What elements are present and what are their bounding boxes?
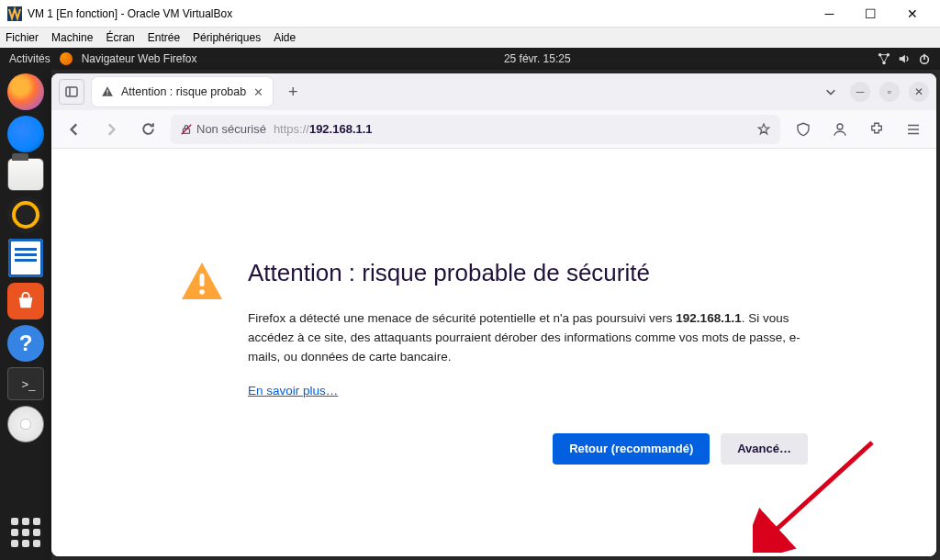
dock-thunderbird[interactable]	[7, 116, 44, 152]
svg-rect-9	[106, 94, 107, 95]
advanced-button[interactable]: Avancé…	[721, 433, 808, 465]
topbar-datetime[interactable]: 25 févr. 15:25	[197, 52, 878, 65]
learn-more-link[interactable]: En savoir plus…	[248, 384, 338, 398]
svg-rect-6	[66, 87, 77, 96]
dock-firefox[interactable]	[7, 73, 44, 110]
app-menu-icon[interactable]	[900, 116, 927, 143]
account-icon[interactable]	[826, 116, 854, 143]
vbox-menu-devices[interactable]: Périphériques	[193, 31, 261, 44]
dock-libreoffice-writer[interactable]	[8, 239, 43, 277]
topbar-app-name[interactable]: Navigateur Web Firefox	[82, 52, 197, 65]
security-label: Non sécurisé	[196, 122, 266, 136]
firefox-maximize-button[interactable]: ▫	[879, 82, 900, 102]
firefox-toolbar: Non sécurisé https://192.168.1.1	[51, 110, 936, 149]
firefox-sidebar-button[interactable]	[59, 79, 84, 105]
page-content: Attention : risque probable de sécurité …	[51, 149, 936, 556]
host-window-title: VM 1 [En fonction] - Oracle VM VirtualBo…	[28, 7, 809, 20]
error-heading: Attention : risque probable de sécurité	[248, 259, 808, 287]
firefox-close-button[interactable]: ✕	[909, 82, 929, 102]
tab-title: Attention : risque probab	[121, 85, 246, 98]
virtualbox-icon	[7, 6, 22, 21]
extensions-icon[interactable]	[863, 116, 890, 143]
dock-help[interactable]: ?	[7, 325, 44, 362]
dock-terminal[interactable]: >_	[7, 367, 44, 400]
browser-tab-active[interactable]: Attention : risque probab ✕	[92, 77, 273, 106]
ubuntu-dock: ? >_	[0, 70, 51, 560]
back-button[interactable]	[61, 116, 88, 143]
url-text: https://192.168.1.1	[274, 122, 373, 136]
vbox-menu-input[interactable]: Entrée	[148, 31, 180, 44]
warning-triangle-icon	[180, 259, 224, 303]
new-tab-button[interactable]: +	[280, 79, 306, 105]
tab-close-button[interactable]: ✕	[253, 85, 263, 99]
forward-button[interactable]	[97, 116, 125, 143]
list-all-tabs-button[interactable]	[819, 85, 843, 98]
topbar-firefox-icon	[60, 52, 73, 65]
power-icon[interactable]	[918, 52, 931, 65]
dock-ubuntu-software[interactable]	[7, 283, 44, 319]
vbox-menu-screen[interactable]: Écran	[106, 31, 134, 44]
dock-rhythmbox[interactable]	[7, 196, 44, 233]
vbox-menu-machine[interactable]: Machine	[51, 31, 93, 44]
bookmark-star-icon[interactable]	[756, 122, 771, 137]
warning-icon	[101, 85, 114, 98]
svg-rect-16	[200, 274, 205, 286]
go-back-button[interactable]: Retour (recommandé)	[553, 433, 710, 465]
host-close-button[interactable]: ✕	[891, 0, 933, 28]
dock-cd-media[interactable]	[7, 406, 44, 442]
dock-files[interactable]	[7, 158, 44, 191]
host-minimize-button[interactable]: ─	[809, 0, 850, 28]
network-icon[interactable]	[878, 52, 890, 65]
reload-button[interactable]	[134, 116, 162, 143]
host-maximize-button[interactable]: ☐	[850, 0, 891, 28]
security-indicator[interactable]: Non sécurisé	[180, 122, 266, 136]
virtualbox-menu-bar: Fichier Machine Écran Entrée Périphériqu…	[0, 28, 940, 48]
vbox-menu-file[interactable]: Fichier	[6, 31, 39, 44]
svg-point-17	[199, 289, 205, 295]
firefox-tab-strip: Attention : risque probab ✕ + ─ ▫ ✕	[51, 73, 936, 110]
ubuntu-top-bar: Activités Navigateur Web Firefox 25 févr…	[0, 48, 940, 70]
host-window-titlebar: VM 1 [En fonction] - Oracle VM VirtualBo…	[0, 0, 940, 28]
svg-point-12	[837, 124, 843, 129]
dock-show-applications[interactable]	[7, 514, 44, 551]
vbox-menu-help[interactable]: Aide	[274, 31, 296, 44]
volume-icon[interactable]	[898, 52, 911, 65]
firefox-window: Attention : risque probab ✕ + ─ ▫ ✕	[51, 73, 936, 556]
activities-button[interactable]: Activités	[9, 52, 50, 65]
protections-shield-icon[interactable]	[789, 116, 817, 143]
address-bar[interactable]: Non sécurisé https://192.168.1.1	[171, 115, 780, 144]
firefox-minimize-button[interactable]: ─	[850, 82, 870, 102]
svg-rect-8	[106, 90, 107, 94]
error-description: Firefox a détecté une menace de sécurité…	[248, 309, 808, 367]
